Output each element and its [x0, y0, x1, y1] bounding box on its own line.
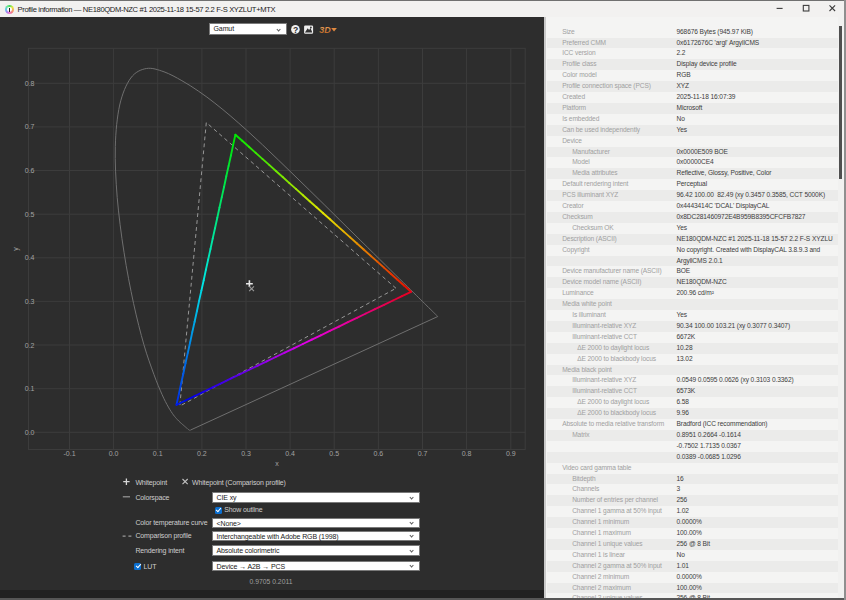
- svg-text:?: ?: [293, 25, 298, 35]
- svg-text:3D: 3D: [319, 25, 331, 35]
- svg-text:0.9705 0.2011: 0.9705 0.2011: [250, 578, 293, 585]
